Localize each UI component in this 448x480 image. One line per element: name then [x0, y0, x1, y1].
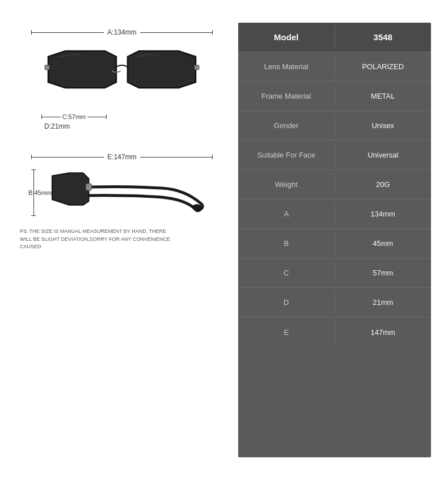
side-view-container: B:45mm [31, 164, 213, 221]
spec-value: Unisex [335, 114, 432, 137]
spec-row: Frame MaterialMETAL [238, 82, 431, 111]
c-line2 [87, 117, 106, 117]
left-panel: A:134mm [17, 23, 227, 457]
spec-value: Universal [335, 144, 432, 166]
svg-rect-1 [195, 65, 199, 70]
spec-label: B [238, 232, 335, 254]
cd-dimensions-area: C:57mm D:21mm [37, 113, 207, 130]
h-line-left [32, 32, 104, 33]
bottom-section: E:147mm B:45mm [17, 153, 227, 251]
dim-d-label: D:21mm [41, 122, 70, 130]
spec-row: D21mm [238, 288, 431, 317]
dim-e-label: E:147mm [104, 153, 140, 161]
spec-row: Lens MaterialPOLARIZED [238, 52, 431, 82]
spec-value: 45mm [335, 232, 432, 254]
spec-label: E [238, 321, 335, 343]
spec-label: Gender [238, 114, 335, 137]
c-line [42, 117, 61, 117]
spec-row: Suitable For FaceUniversal [238, 141, 431, 170]
dimension-e: E:147mm [31, 153, 213, 161]
tick-c-right [106, 114, 107, 119]
dim-b-label: B:45mm [28, 189, 52, 196]
spec-label: Frame Material [238, 85, 335, 107]
spec-row: A134mm [238, 199, 431, 229]
spec-value: 134mm [335, 203, 432, 225]
tick-right [212, 30, 213, 35]
spec-row: GenderUnisex [238, 111, 431, 141]
e-line-right [140, 157, 212, 158]
spec-row: B45mm [238, 229, 431, 258]
spec-value: 57mm [335, 262, 432, 284]
svg-rect-0 [45, 65, 49, 70]
spec-value: 147mm [335, 321, 432, 343]
glasses-front-view [37, 40, 207, 113]
e-line-left [32, 157, 104, 158]
h-line-right [140, 32, 212, 33]
tick-e-right [212, 155, 213, 159]
spec-row: E147mm [238, 317, 431, 347]
spec-label: C [238, 262, 335, 284]
dimension-a: A:134mm [31, 28, 213, 36]
spec-value: POLARIZED [335, 56, 432, 78]
b-tick-bottom [31, 215, 36, 216]
spec-label: Weight [238, 173, 335, 196]
spec-row: C57mm [238, 258, 431, 288]
dim-a-label: A:134mm [104, 28, 140, 36]
spec-label: Lens Material [238, 56, 335, 78]
spec-label: Model [238, 26, 335, 49]
spec-label: D [238, 291, 335, 313]
spec-value: 20G [335, 173, 432, 196]
spec-value: 21mm [335, 291, 432, 313]
note-text: PS: THE SIZE IS MANUAL MEASUREMENT BY HA… [17, 228, 176, 251]
spec-row: Model3548 [238, 23, 431, 52]
top-section: A:134mm [17, 28, 227, 130]
spec-value: METAL [335, 85, 432, 107]
dimension-c: C:57mm [41, 113, 107, 120]
specs-table: Model3548Lens MaterialPOLARIZEDFrame Mat… [238, 23, 431, 457]
dim-c-label: C:57mm [61, 113, 88, 120]
spec-label: Suitable For Face [238, 144, 335, 166]
svg-point-3 [192, 205, 201, 210]
spec-row: Weight20G [238, 170, 431, 199]
spec-value: 3548 [335, 26, 432, 49]
spec-label: A [238, 203, 335, 225]
svg-rect-2 [86, 184, 92, 190]
